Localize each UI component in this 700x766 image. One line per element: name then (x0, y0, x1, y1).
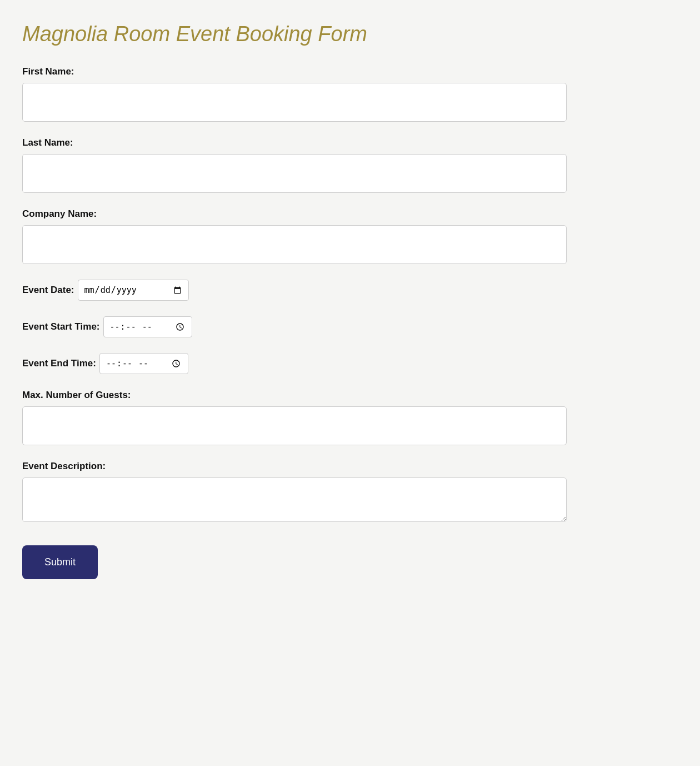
max-guests-label: Max. Number of Guests: (22, 390, 678, 401)
event-start-time-group: Event Start Time: (22, 316, 678, 337)
first-name-group: First Name: (22, 66, 678, 122)
max-guests-input[interactable] (22, 406, 567, 445)
company-name-label: Company Name: (22, 208, 678, 220)
event-end-time-group: Event End Time: (22, 353, 678, 374)
event-description-input[interactable] (22, 477, 567, 522)
event-start-time-input[interactable] (103, 316, 192, 337)
event-description-group: Event Description: (22, 461, 678, 524)
event-end-time-input[interactable] (99, 353, 188, 374)
max-guests-group: Max. Number of Guests: (22, 390, 678, 445)
submit-button[interactable]: Submit (22, 545, 98, 579)
event-date-label: Event Date: (22, 285, 74, 296)
company-name-input[interactable] (22, 225, 567, 264)
first-name-label: First Name: (22, 66, 678, 77)
company-name-group: Company Name: (22, 208, 678, 264)
first-name-input[interactable] (22, 83, 567, 122)
last-name-group: Last Name: (22, 137, 678, 193)
last-name-label: Last Name: (22, 137, 678, 148)
event-end-time-label: Event End Time: (22, 358, 96, 369)
event-description-label: Event Description: (22, 461, 678, 472)
event-start-time-label: Event Start Time: (22, 321, 100, 332)
event-date-input[interactable] (78, 280, 189, 301)
page-title: Magnolia Room Event Booking Form (22, 22, 678, 46)
last-name-input[interactable] (22, 154, 567, 193)
event-date-group: Event Date: (22, 280, 678, 301)
